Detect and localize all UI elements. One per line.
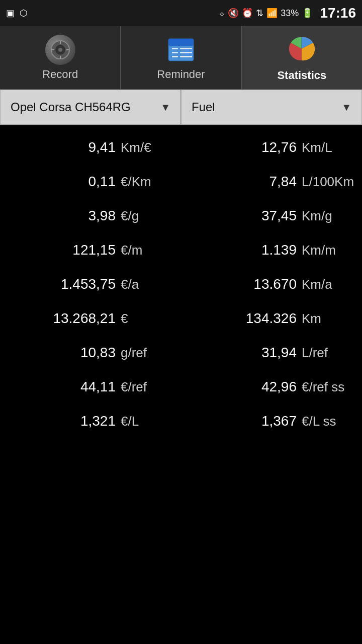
stats-row: 1,321 €/L 1,367 €/L ss xyxy=(0,404,362,438)
stats-row: 9,41 Km/€ 12,76 Km/L xyxy=(0,130,362,165)
stats-cell-right: 1.139 Km/m xyxy=(181,242,362,258)
stats-table: 9,41 Km/€ 12,76 Km/L 0,11 €/Km 7,84 L/10… xyxy=(0,125,362,443)
stats-cell-right: 31,94 L/ref xyxy=(181,345,362,361)
stat-right-unit: Km/a xyxy=(302,277,357,292)
stats-row: 121,15 €/m 1.139 Km/m xyxy=(0,233,362,267)
status-bar: ▣ ⬡ ⬦ 🔇 ⏰ ⇅ 📶 33% 🔋 17:16 xyxy=(0,0,362,26)
stat-left-value: 3,98 xyxy=(55,208,116,224)
stats-cell-right: 1,367 €/L ss xyxy=(181,413,362,429)
stat-right-value: 12,76 xyxy=(236,139,297,155)
stats-cell-left: 13.268,21 € xyxy=(0,310,181,327)
stat-left-value: 13.268,21 xyxy=(53,310,116,327)
app-icon: ⬡ xyxy=(20,8,28,19)
alarm-icon: ⏰ xyxy=(242,8,253,19)
stat-left-value: 121,15 xyxy=(55,242,116,258)
stats-cell-right: 7,84 L/100Km xyxy=(181,174,362,190)
stats-cell-left: 9,41 Km/€ xyxy=(0,139,181,155)
stats-row: 13.268,21 € 134.326 Km xyxy=(0,301,362,336)
statistics-icon xyxy=(287,34,317,66)
stat-left-unit: Km/€ xyxy=(121,140,176,155)
stat-right-unit: L/100Km xyxy=(302,174,357,190)
stat-right-value: 7,84 xyxy=(236,174,297,190)
signal-icon: 📶 xyxy=(266,8,278,19)
svg-rect-10 xyxy=(180,48,192,49)
stats-cell-right: 37,45 Km/g xyxy=(181,208,362,224)
svg-point-2 xyxy=(58,48,62,52)
stats-cell-left: 121,15 €/m xyxy=(0,242,181,258)
status-right-icons: ⬦ 🔇 ⏰ ⇅ 📶 33% 🔋 17:16 xyxy=(219,5,356,21)
stat-right-value: 13.670 xyxy=(236,276,297,292)
stat-left-unit: g/ref xyxy=(121,345,176,361)
tab-statistics[interactable]: Statistics xyxy=(242,26,362,89)
category-dropdown[interactable]: Fuel ▼ xyxy=(181,90,362,125)
stat-left-value: 1.453,75 xyxy=(55,276,116,292)
stats-cell-left: 44,11 €/ref xyxy=(0,379,181,395)
stat-right-unit: L/ref xyxy=(302,345,357,361)
sync-icon: ⇅ xyxy=(256,8,263,19)
stats-row: 3,98 €/g 37,45 Km/g xyxy=(0,199,362,233)
stats-row: 10,83 g/ref 31,94 L/ref xyxy=(0,336,362,370)
stats-cell-left: 3,98 €/g xyxy=(0,208,181,224)
stat-right-value: 42,96 xyxy=(236,379,297,395)
stat-right-unit: Km/L xyxy=(302,140,357,155)
stat-right-value: 1,367 xyxy=(236,413,297,429)
stat-left-value: 9,41 xyxy=(55,139,116,155)
svg-rect-13 xyxy=(172,56,178,57)
stat-left-value: 0,11 xyxy=(55,174,116,190)
stat-left-value: 1,321 xyxy=(55,413,116,429)
status-time: 17:16 xyxy=(320,5,356,21)
stat-left-unit: € xyxy=(121,311,176,327)
tab-statistics-label: Statistics xyxy=(277,69,326,82)
stat-right-unit: €/L ss xyxy=(302,414,357,429)
stat-right-value: 134.326 xyxy=(236,310,297,327)
svg-rect-14 xyxy=(180,56,192,57)
stat-left-unit: €/Km xyxy=(121,174,176,190)
stat-right-value: 37,45 xyxy=(236,208,297,224)
stat-right-unit: €/ref ss xyxy=(302,379,357,395)
vehicle-dropdown-arrow: ▼ xyxy=(160,102,170,113)
category-dropdown-value: Fuel xyxy=(192,100,215,114)
tab-record[interactable]: Record xyxy=(0,26,121,89)
stats-cell-right: 42,96 €/ref ss xyxy=(181,379,362,395)
bluetooth-icon: ⬦ xyxy=(219,8,225,19)
stat-left-value: 44,11 xyxy=(55,379,116,395)
stat-left-unit: €/L xyxy=(121,414,176,429)
vehicle-dropdown-value: Opel Corsa CH564RG xyxy=(11,100,131,114)
tab-reminder-label: Reminder xyxy=(157,68,205,81)
tab-bar: Record Reminder xyxy=(0,26,362,90)
stat-left-unit: €/a xyxy=(121,277,176,292)
stats-row: 1.453,75 €/a 13.670 Km/a xyxy=(0,267,362,301)
stat-right-unit: Km xyxy=(302,311,357,327)
stat-left-unit: €/m xyxy=(121,243,176,258)
stats-cell-left: 10,83 g/ref xyxy=(0,345,181,361)
stats-cell-left: 1,321 €/L xyxy=(0,413,181,429)
svg-rect-8 xyxy=(168,39,194,46)
stats-cell-right: 134.326 Km xyxy=(181,310,362,327)
stats-cell-right: 13.670 Km/a xyxy=(181,276,362,292)
stats-cell-left: 1.453,75 €/a xyxy=(0,276,181,292)
battery-label: 33% xyxy=(281,8,299,19)
battery-icon: 🔋 xyxy=(302,8,313,19)
svg-rect-9 xyxy=(172,48,178,49)
stat-right-unit: Km/g xyxy=(302,208,357,224)
mute-icon: 🔇 xyxy=(228,8,239,19)
stat-right-value: 1.139 xyxy=(236,242,297,258)
screen-icon: ▣ xyxy=(6,8,15,19)
stat-right-unit: Km/m xyxy=(302,243,357,258)
tab-reminder[interactable]: Reminder xyxy=(121,26,241,89)
category-dropdown-arrow: ▼ xyxy=(341,102,351,113)
tab-record-label: Record xyxy=(42,68,78,81)
svg-rect-12 xyxy=(180,52,192,53)
stats-cell-left: 0,11 €/Km xyxy=(0,174,181,190)
svg-rect-11 xyxy=(172,52,178,53)
stat-right-value: 31,94 xyxy=(236,345,297,361)
status-left-icons: ▣ ⬡ xyxy=(6,8,28,19)
dropdowns-row: Opel Corsa CH564RG ▼ Fuel ▼ xyxy=(0,90,362,125)
vehicle-dropdown[interactable]: Opel Corsa CH564RG ▼ xyxy=(0,90,181,125)
stat-left-value: 10,83 xyxy=(55,345,116,361)
reminder-icon xyxy=(166,35,196,65)
stats-cell-right: 12,76 Km/L xyxy=(181,139,362,155)
stats-row: 0,11 €/Km 7,84 L/100Km xyxy=(0,165,362,199)
stat-left-unit: €/g xyxy=(121,208,176,224)
stat-left-unit: €/ref xyxy=(121,379,176,395)
